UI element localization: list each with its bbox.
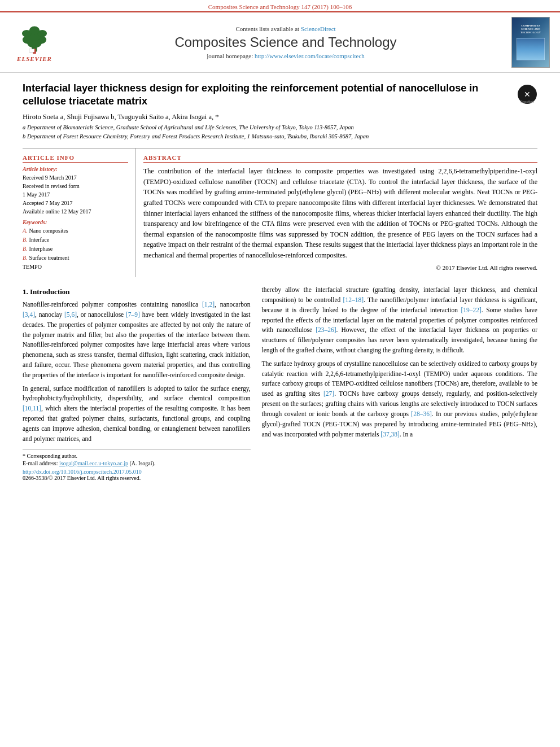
article-abstract: ABSTRACT The contribution of the interfa… (135, 148, 537, 277)
article-body: ARTICLE INFO Article history: Received 9… (23, 148, 537, 277)
available-date: Available online 12 May 2017 (23, 207, 128, 216)
keywords-label: Keywords: (23, 219, 128, 225)
kw3: Interphase (29, 244, 53, 254)
article-info: ARTICLE INFO Article history: Received 9… (23, 148, 135, 277)
elsevier-tree-icon (15, 23, 54, 54)
svg-text:CrossMark: CrossMark (520, 100, 535, 103)
revised-label: Received in revised form (23, 182, 128, 190)
main-content: 1. Introduction Nanofiller-reinforced po… (0, 285, 560, 480)
doi-link[interactable]: http://dx.doi.org/10.1016/j.compscitech.… (23, 469, 142, 475)
journal-center: Contents lists available at ScienceDirec… (60, 25, 511, 59)
column-right: thereby allow the interfacial structure … (260, 285, 537, 480)
email-line: E-mail address: isogai@mail.ecc.u-tokyo.… (23, 460, 251, 466)
right-para2: The surface hydroxy groups of crystallin… (262, 359, 537, 440)
affiliation-b: b Department of Forest Resource Chemistr… (23, 133, 537, 141)
article-info-label: ARTICLE INFO (23, 154, 128, 163)
copyright-text: © 2017 Elsevier Ltd. All rights reserved… (143, 264, 537, 271)
kw1: Nano composites (29, 226, 68, 235)
journal-homepage: journal homepage: http://www.elsevier.co… (60, 53, 511, 59)
homepage-link[interactable]: http://www.elsevier.com/locate/compscite… (255, 53, 365, 59)
svg-point-7 (29, 26, 40, 34)
abstract-text: The contribution of the interfacial laye… (143, 166, 537, 260)
keywords-list: A.Nano composites B.Interface B.Interpha… (23, 226, 128, 272)
right-para1: thereby allow the interfacial structure … (262, 285, 537, 356)
sciencedirect-link[interactable]: ScienceDirect (301, 25, 336, 32)
column-left: 1. Introduction Nanofiller-reinforced po… (23, 285, 260, 480)
svg-rect-10 (29, 49, 34, 52)
abstract-label: ABSTRACT (143, 154, 537, 163)
footnote-area: * Corresponding author. E-mail address: … (23, 449, 251, 466)
email-link[interactable]: isogai@mail.ecc.u-tokyo.ac.jp (59, 460, 128, 466)
journal-cover-image: COMPOSITESSCIENCE ANDTECHNOLOGY (511, 17, 550, 68)
ref-7-9[interactable]: [7–9] (126, 311, 140, 318)
intro-para2: In general, surface modification of nano… (23, 384, 251, 444)
journal-citation: Composites Science and Technology 147 (2… (0, 0, 560, 11)
elsevier-logo: ELSEVIER (9, 23, 60, 62)
ref-27[interactable]: [27] (323, 390, 334, 397)
citation-text: Composites Science and Technology 147 (2… (208, 3, 352, 10)
ref-5-6[interactable]: [5,6] (64, 311, 77, 318)
kw2: Interface (29, 235, 50, 244)
corresponding-label: * Corresponding author. (23, 453, 251, 459)
elsevier-wordmark: ELSEVIER (17, 55, 52, 62)
issn-line: 0266-3538/© 2017 Elsevier Ltd. All right… (23, 475, 251, 481)
contents-label: Contents lists available at (235, 25, 299, 32)
ref-10-11[interactable]: [10,11] (23, 405, 41, 412)
footer-links: http://dx.doi.org/10.1016/j.compscitech.… (23, 469, 251, 481)
kw5: TEMPO (23, 263, 42, 272)
kw4: Surface treatment (29, 254, 69, 263)
paper-section: Interfacial layer thickness design for e… (0, 73, 560, 277)
crossmark-icon: ✕ CrossMark (517, 84, 537, 104)
history-label: Article history: (23, 166, 128, 172)
journal-cover: COMPOSITESSCIENCE ANDTECHNOLOGY (511, 17, 551, 68)
ref-12-18[interactable]: [12–18] (343, 296, 364, 303)
journal-header: ELSEVIER Contents lists available at Sci… (0, 11, 560, 73)
authors: Hiroto Soeta a, Shuji Fujisawa b, Tsuguy… (23, 113, 537, 121)
ref-1-2[interactable]: [1,2] (202, 301, 215, 308)
ref-28-36[interactable]: [28–36] (411, 410, 431, 417)
accepted-date: Accepted 7 May 2017 (23, 199, 128, 207)
journal-title: Composites Science and Technology (60, 34, 511, 50)
ref-3-4[interactable]: [3,4] (23, 311, 35, 318)
revised-date: 1 May 2017 (23, 190, 128, 199)
svg-text:✕: ✕ (524, 90, 531, 99)
received-date: Received 9 March 2017 (23, 173, 128, 182)
ref-19-22[interactable]: [19–22] (461, 307, 481, 313)
intro-heading: 1. Introduction (23, 287, 251, 296)
intro-para1: Nanofiller-reinforced polymer composites… (23, 300, 251, 381)
paper-title: Interfacial layer thickness design for e… (23, 82, 517, 108)
ref-23-26[interactable]: [23–26] (316, 326, 336, 333)
ref-37-38[interactable]: [37,38] (380, 431, 400, 438)
affiliation-a: a Department of Biomaterials Science, Gr… (23, 124, 537, 132)
